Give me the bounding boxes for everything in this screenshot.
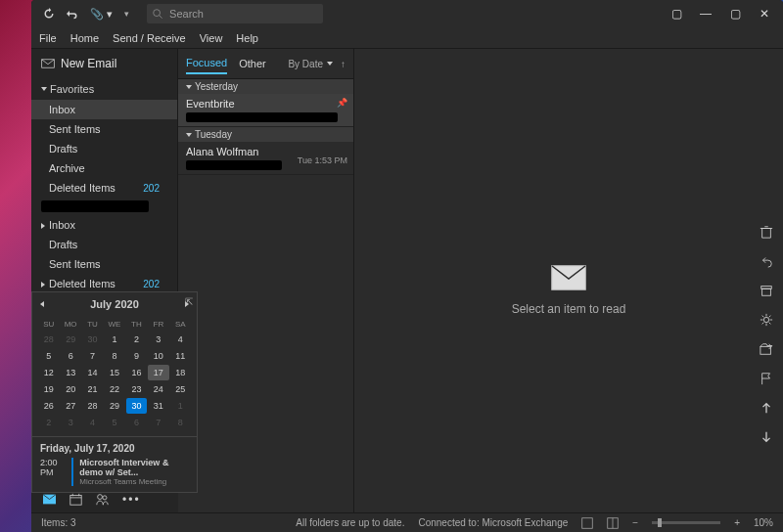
- popout-icon[interactable]: ⇱: [185, 296, 193, 307]
- cal-dayname: WE: [104, 318, 124, 331]
- cal-day[interactable]: 15: [104, 365, 124, 380]
- tab-other[interactable]: Other: [239, 54, 266, 73]
- nav-people-icon[interactable]: [96, 493, 109, 506]
- search-input[interactable]: Search: [147, 4, 323, 23]
- ribbon-toggle-icon[interactable]: ▢: [662, 0, 691, 27]
- cal-day[interactable]: 29: [104, 398, 124, 414]
- cal-day[interactable]: 25: [170, 381, 191, 397]
- sort-dropdown[interactable]: By Date ↑: [288, 59, 345, 69]
- cal-day[interactable]: 11: [170, 348, 191, 364]
- cal-dayname: SA: [170, 318, 191, 331]
- archive-icon[interactable]: [760, 284, 773, 297]
- zoom-in-icon[interactable]: +: [734, 517, 740, 528]
- cal-day[interactable]: 13: [60, 365, 80, 380]
- cal-day[interactable]: 12: [38, 365, 59, 380]
- cal-day[interactable]: 19: [38, 381, 59, 397]
- cal-day[interactable]: 18: [170, 365, 191, 380]
- cal-day[interactable]: 8: [170, 415, 191, 430]
- nav-calendar-icon[interactable]: [69, 493, 82, 506]
- cal-day[interactable]: 2: [38, 415, 59, 430]
- favorites-header[interactable]: Favorites: [31, 78, 177, 100]
- undo-icon[interactable]: [67, 8, 78, 20]
- close-button[interactable]: ✕: [750, 0, 779, 27]
- cal-day[interactable]: 27: [60, 398, 80, 414]
- cal-day[interactable]: 31: [148, 398, 168, 414]
- folder-inbox[interactable]: Inbox: [31, 100, 177, 119]
- cal-day[interactable]: 1: [104, 332, 124, 347]
- new-email-button[interactable]: New Email: [31, 49, 177, 78]
- flag-icon[interactable]: [760, 372, 773, 385]
- menu-file[interactable]: File: [39, 32, 57, 44]
- menu-home[interactable]: Home: [70, 32, 99, 44]
- zoom-out-icon[interactable]: −: [632, 517, 638, 528]
- cal-day[interactable]: 30: [126, 398, 147, 414]
- menubar: File Home Send / Receive View Help: [31, 27, 783, 49]
- account-name-redacted[interactable]: [41, 200, 149, 212]
- more-dropdown[interactable]: ▾: [124, 9, 129, 19]
- cal-day[interactable]: 5: [38, 348, 59, 364]
- cal-day[interactable]: 29: [60, 332, 80, 347]
- undo-icon[interactable]: [760, 254, 773, 268]
- menu-help[interactable]: Help: [236, 32, 258, 44]
- view-reading-icon[interactable]: [607, 517, 619, 529]
- message-item[interactable]: Alana WolfmanTue 1:53 PM: [178, 142, 353, 175]
- cal-day[interactable]: 24: [148, 381, 168, 397]
- tab-focused[interactable]: Focused: [186, 53, 227, 74]
- cal-day[interactable]: 14: [82, 365, 103, 380]
- nav-mail-icon[interactable]: [43, 493, 56, 506]
- folder-deleted-items[interactable]: Deleted Items202: [31, 274, 177, 293]
- maximize-button[interactable]: ▢: [720, 0, 750, 27]
- cal-day[interactable]: 30: [82, 332, 103, 347]
- move-icon[interactable]: [760, 342, 773, 356]
- cal-day[interactable]: 21: [82, 381, 103, 397]
- cal-day[interactable]: 10: [148, 348, 168, 364]
- cal-day[interactable]: 20: [60, 381, 80, 397]
- zoom-slider[interactable]: [652, 521, 720, 524]
- menu-view[interactable]: View: [200, 32, 223, 44]
- date-group[interactable]: Yesterday: [178, 79, 353, 94]
- folder-archive[interactable]: Archive: [31, 158, 177, 178]
- cal-day[interactable]: 2: [126, 332, 147, 347]
- calendar-event[interactable]: 2:00 PM Microsoft Interview & demo w/ Se…: [40, 458, 189, 486]
- folder-inbox[interactable]: Inbox: [31, 215, 177, 235]
- cal-day[interactable]: 3: [148, 332, 168, 347]
- cal-day[interactable]: 23: [126, 381, 147, 397]
- cal-day[interactable]: 28: [38, 332, 59, 347]
- cal-day[interactable]: 9: [126, 348, 147, 364]
- cal-day[interactable]: 16: [126, 365, 147, 380]
- cal-day[interactable]: 1: [170, 398, 191, 414]
- date-group[interactable]: Tuesday: [178, 127, 353, 142]
- cal-day[interactable]: 7: [82, 348, 103, 364]
- svg-rect-11: [582, 517, 593, 528]
- minimize-button[interactable]: —: [691, 0, 720, 27]
- folder-drafts[interactable]: Drafts: [31, 139, 177, 158]
- folder-deleted-items[interactable]: Deleted Items202: [31, 178, 177, 198]
- cal-day[interactable]: 5: [104, 415, 124, 430]
- cal-day[interactable]: 22: [104, 381, 124, 397]
- cal-day[interactable]: 6: [60, 348, 80, 364]
- cal-day[interactable]: 28: [82, 398, 103, 414]
- pin-icon[interactable]: 📌: [337, 98, 347, 108]
- attach-dropdown[interactable]: 📎 ▾: [90, 8, 113, 21]
- folder-sent-items[interactable]: Sent Items: [31, 119, 177, 139]
- nav-more-icon[interactable]: •••: [122, 493, 141, 507]
- message-item[interactable]: Eventbrite📌: [178, 94, 353, 127]
- cal-day[interactable]: 26: [38, 398, 59, 414]
- cal-day[interactable]: 4: [82, 415, 103, 430]
- down-arrow-icon[interactable]: [760, 430, 773, 444]
- cal-day[interactable]: 7: [148, 415, 168, 430]
- folder-drafts[interactable]: Drafts: [31, 235, 177, 254]
- up-arrow-icon[interactable]: [760, 401, 773, 415]
- sync-icon[interactable]: [43, 8, 55, 20]
- cal-day[interactable]: 4: [170, 332, 191, 347]
- view-normal-icon[interactable]: [581, 517, 593, 529]
- settings-icon[interactable]: [760, 313, 773, 327]
- cal-day[interactable]: 3: [60, 415, 80, 430]
- folder-sent-items[interactable]: Sent Items: [31, 254, 177, 274]
- cal-day[interactable]: 6: [126, 415, 147, 430]
- cal-prev[interactable]: [40, 301, 44, 307]
- delete-icon[interactable]: [760, 225, 773, 239]
- cal-day[interactable]: 8: [104, 348, 124, 364]
- menu-send-receive[interactable]: Send / Receive: [113, 32, 186, 44]
- cal-day[interactable]: 17: [148, 365, 168, 380]
